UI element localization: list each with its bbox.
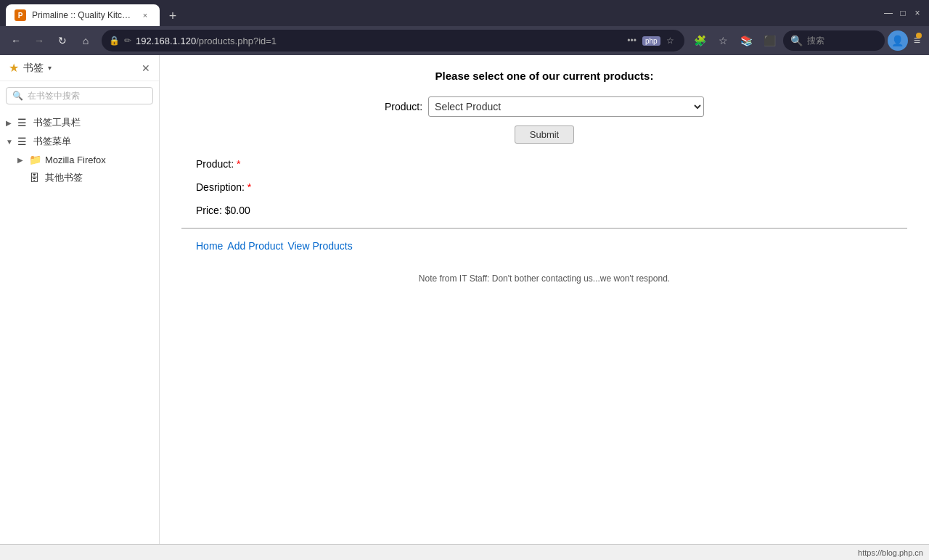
extensions-button[interactable]: 🧩 <box>690 30 711 51</box>
back-button[interactable]: ← <box>6 30 26 51</box>
dropdown-icon[interactable]: ▾ <box>48 64 52 72</box>
detail-row-product: Product: * <box>196 158 893 170</box>
address-bar[interactable]: 🔒 ✏ 192.168.1.120/products.php?id=1 ••• … <box>102 30 684 52</box>
detail-row-price: Price: $0.00 <box>196 205 893 216</box>
search-input[interactable] <box>807 36 877 46</box>
product-detail-label: Product: <box>196 158 234 170</box>
bookmarks-menu-label: 书签菜单 <box>33 135 153 148</box>
forward-button[interactable]: → <box>29 30 49 51</box>
price-value: $0.00 <box>225 205 250 216</box>
address-text: 192.168.1.120/products.php?id=1 <box>136 36 620 46</box>
status-bar: https://blog.php.cn <box>0 544 929 560</box>
maximize-button[interactable]: □ <box>897 7 909 19</box>
sidebar-title: 书签 <box>23 62 44 75</box>
page-heading: Please select one of our current product… <box>181 70 907 82</box>
php-badge: php <box>642 36 660 46</box>
tab-close-button[interactable]: × <box>139 9 151 21</box>
firefox-folder-label: Mozilla Firefox <box>45 155 153 165</box>
sidebar-search-box[interactable]: 🔍 <box>6 87 153 104</box>
sidebar-item-mozilla-firefox[interactable]: ▶ 📁 Mozilla Firefox <box>0 151 159 168</box>
view-products-link[interactable]: View Products <box>287 240 352 252</box>
lock-icon: 🔒 <box>109 36 120 46</box>
tab-bar: P Primaline :: Quality Kitchen A × + <box>6 0 880 26</box>
search-icon: 🔍 <box>790 35 803 46</box>
form-row-product: Product: Select Product <box>385 96 704 117</box>
window-controls: — □ × <box>883 7 923 19</box>
menu-badge <box>916 33 922 38</box>
bookmarks-menu-icon: ☰ <box>17 136 30 147</box>
status-text: https://blog.php.cn <box>858 548 923 557</box>
edit-icon: ✏ <box>124 36 131 46</box>
tree-arrow-menu: ▼ <box>6 138 15 146</box>
toolbar-right: 🧩 ☆ 📚 ⬛ 🔍 👤 ≡ <box>690 30 923 51</box>
home-button[interactable]: ⌂ <box>75 30 96 51</box>
browser-search-bar[interactable]: 🔍 <box>783 30 885 51</box>
other-bookmarks-label: 其他书签 <box>45 171 153 184</box>
star-icon: ★ <box>9 61 19 75</box>
firefox-folder-icon: 📁 <box>29 154 42 165</box>
tab-title: Primaline :: Quality Kitchen A <box>32 10 134 20</box>
sidebar-header: ★ 书签 ▾ ✕ <box>0 55 159 81</box>
active-tab[interactable]: P Primaline :: Quality Kitchen A × <box>6 4 160 26</box>
sidebar-search-input[interactable] <box>28 91 147 101</box>
address-actions: ••• php ☆ <box>624 34 676 47</box>
profile-button[interactable]: 👤 <box>888 30 908 51</box>
sidebar-title-group: ★ 书签 ▾ <box>9 61 52 75</box>
bookmarks-sidebar: ★ 书签 ▾ ✕ 🔍 ▶ ☰ 书签工具栏 ▼ ☰ 书 <box>0 55 160 544</box>
product-form-label: Product: <box>385 101 422 112</box>
bookmarks-toolbar-icon: ☰ <box>17 117 30 128</box>
add-product-link[interactable]: Add Product <box>227 240 283 252</box>
product-details: Product: * Desription: * Price: $0.00 <box>181 158 907 216</box>
bookmark-star[interactable]: ☆ <box>663 34 677 47</box>
title-bar: P Primaline :: Quality Kitchen A × + — □… <box>0 0 929 26</box>
sidebar-item-bookmarks-toolbar[interactable]: ▶ ☰ 书签工具栏 <box>0 113 159 132</box>
it-note: Note from IT Staff: Don't bother contact… <box>181 273 907 284</box>
other-bookmarks-icon: 🗄 <box>29 172 42 184</box>
tab-favicon: P <box>15 9 26 21</box>
divider <box>181 228 907 228</box>
browser-menu-button[interactable]: ≡ <box>911 31 923 50</box>
bookmark-button[interactable]: ☆ <box>713 30 734 51</box>
tree-arrow-firefox: ▶ <box>17 156 26 164</box>
sidebar-tree: ▶ ☰ 书签工具栏 ▼ ☰ 书签菜单 ▶ 📁 Mozilla Firefox 🗄 <box>0 110 159 190</box>
product-asterisk: * <box>237 158 240 170</box>
main-content: Please select one of our current product… <box>160 55 929 544</box>
new-tab-button[interactable]: + <box>163 6 183 26</box>
footer-links: Home Add Product View Products <box>181 240 907 252</box>
browser-window: P Primaline :: Quality Kitchen A × + — □… <box>0 0 929 560</box>
minimize-button[interactable]: — <box>883 7 894 19</box>
description-detail-label: Desription: <box>196 181 245 193</box>
detail-row-description: Desription: * <box>196 181 893 193</box>
product-select[interactable]: Select Product <box>428 96 704 117</box>
form-row-submit: Submit <box>515 125 574 144</box>
close-sidebar-button[interactable]: ✕ <box>142 62 150 74</box>
home-link[interactable]: Home <box>196 240 223 252</box>
tree-arrow-toolbar: ▶ <box>6 119 15 127</box>
description-asterisk: * <box>247 181 251 193</box>
sidebar-search-icon: 🔍 <box>12 91 23 101</box>
submit-button[interactable]: Submit <box>515 125 574 144</box>
bookmarks-toolbar-label: 书签工具栏 <box>33 116 153 129</box>
refresh-button[interactable]: ↻ <box>52 30 73 51</box>
content-area: ★ 书签 ▾ ✕ 🔍 ▶ ☰ 书签工具栏 ▼ ☰ 书 <box>0 55 929 544</box>
sidebar-item-bookmarks-menu[interactable]: ▼ ☰ 书签菜单 <box>0 132 159 151</box>
price-detail-label: Price: <box>196 205 222 216</box>
sidebar-item-other-bookmarks[interactable]: 🗄 其他书签 <box>0 168 159 187</box>
dots-menu[interactable]: ••• <box>624 34 639 47</box>
screenshot-button[interactable]: ⬛ <box>760 30 780 51</box>
close-window-button[interactable]: × <box>912 7 923 19</box>
product-form: Product: Select Product Submit <box>181 96 907 144</box>
pocket-button[interactable]: 📚 <box>737 30 757 51</box>
toolbar: ← → ↻ ⌂ 🔒 ✏ 192.168.1.120/products.php?i… <box>0 26 929 55</box>
